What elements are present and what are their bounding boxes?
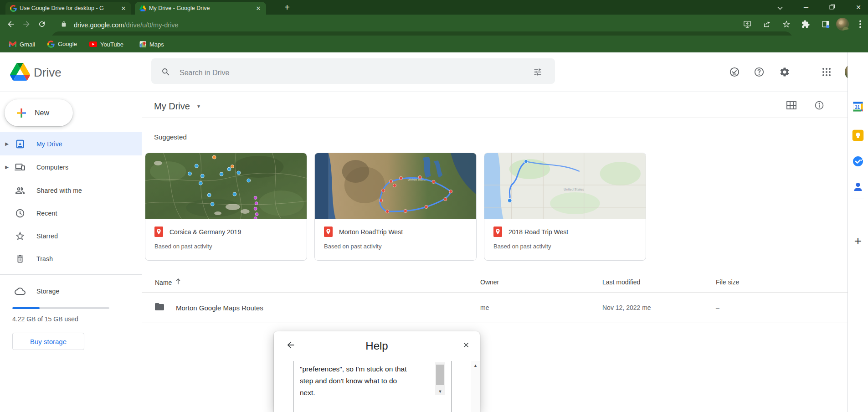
suggested-card-morton-roadtrip[interactable]: United States Morton RoadTrip West Based… — [314, 153, 477, 261]
sidebar-item-label: Trash — [36, 255, 53, 263]
bookmark-gmail[interactable]: Gmail — [9, 41, 35, 47]
suggested-card-2018-road-trip[interactable]: United States 2018 Road Trip West Based … — [484, 153, 646, 261]
help-issue-text[interactable]: "preferences", so I'm stuck on that step… — [300, 363, 430, 399]
my-maps-icon — [324, 227, 333, 237]
get-add-ons-plus-icon[interactable]: + — [854, 234, 862, 248]
help-icon[interactable] — [754, 67, 765, 79]
settings-gear-icon[interactable] — [779, 67, 790, 79]
browser-profile-avatar[interactable] — [836, 18, 849, 32]
sidebar-item-label: Starred — [36, 232, 58, 240]
keep-icon[interactable] — [853, 130, 864, 143]
bookmark-youtube[interactable]: YouTube — [89, 41, 123, 47]
sidebar-item-starred[interactable]: Starred — [0, 224, 142, 247]
window-close-button[interactable]: ✕ — [856, 4, 861, 11]
bookmark-label: Gmail — [20, 41, 35, 47]
help-close-icon[interactable] — [462, 341, 470, 351]
sidebar-item-shared-with-me[interactable]: Shared with me — [0, 179, 142, 202]
scroll-up-arrow-icon[interactable]: ▲ — [471, 362, 480, 369]
info-icon[interactable] — [814, 100, 824, 112]
suggested-label: Suggested — [154, 133, 187, 141]
google-icon — [47, 41, 55, 48]
sidebar-divider — [0, 274, 142, 275]
browser-tab-inactive[interactable]: Use Google Drive for desktop - G ✕ — [5, 2, 131, 15]
browser-window: Use Google Drive for desktop - G ✕ My Dr… — [0, 0, 868, 412]
file-name[interactable]: Morton Google Maps Routes — [176, 304, 263, 312]
storage-progress-bar — [12, 307, 109, 309]
search-icon[interactable] — [161, 67, 171, 79]
extensions-puzzle-icon[interactable] — [801, 20, 810, 31]
content-divider — [142, 118, 847, 118]
tab-title: Use Google Drive for desktop - G — [20, 5, 117, 11]
grid-view-icon[interactable] — [786, 101, 796, 111]
column-header-name[interactable]: Name — [155, 278, 181, 286]
window-minimize-button[interactable]: ─ — [804, 4, 808, 11]
tab-search-chevron-icon[interactable] — [777, 4, 783, 11]
chevron-down-icon[interactable]: ▼ — [196, 104, 201, 109]
share-icon[interactable] — [763, 20, 772, 31]
scrollbar-thumb[interactable] — [436, 365, 444, 385]
tab-close-icon[interactable]: ✕ — [119, 4, 128, 12]
help-issue-textarea[interactable]: "preferences", so I'm stuck on that step… — [293, 361, 452, 412]
file-owner: me — [480, 304, 489, 311]
side-panel-icon[interactable] — [822, 20, 830, 31]
card-title: Morton RoadTrip West — [339, 228, 403, 236]
sidebar-item-recent[interactable]: Recent — [0, 201, 142, 225]
svg-text:United States: United States — [564, 187, 584, 191]
column-header-file-size[interactable]: File size — [716, 278, 739, 286]
suggested-card-corsica-germany[interactable]: Corsica & Germany 2019 Based on past act… — [145, 153, 307, 261]
forward-icon[interactable] — [22, 20, 31, 31]
expand-arrow-icon[interactable]: ▶ — [0, 165, 14, 170]
back-icon[interactable] — [6, 20, 15, 31]
column-header-owner[interactable]: Owner — [480, 278, 499, 286]
bookmark-google[interactable]: Google — [47, 41, 77, 48]
map-thumbnail-west-route: United States — [484, 153, 646, 219]
sidebar-item-computers[interactable]: ▶ Computers — [0, 155, 142, 179]
new-button[interactable]: New — [5, 99, 73, 126]
folder-icon — [154, 301, 165, 314]
card-subtitle: Based on past activity — [324, 243, 476, 250]
drive-app-name: Drive — [34, 66, 62, 80]
lock-icon[interactable] — [61, 21, 67, 30]
bookmark-star-icon[interactable] — [782, 20, 791, 31]
file-last-modified: Nov 12, 2022 me — [602, 304, 651, 311]
sidebar-item-my-drive[interactable]: ▶ My Drive — [0, 132, 142, 155]
shared-with-me-icon — [15, 185, 26, 196]
drive-favicon-icon — [139, 5, 146, 11]
dialog-scrollbar[interactable]: ▲ — [471, 361, 480, 412]
column-header-last-modified[interactable]: Last modified — [602, 278, 640, 286]
buy-storage-button[interactable]: Buy storage — [12, 333, 84, 350]
new-tab-button[interactable]: + — [284, 2, 290, 13]
offline-status-icon[interactable] — [729, 67, 740, 79]
sidebar-item-storage[interactable]: Storage — [0, 279, 142, 303]
contacts-icon[interactable] — [853, 181, 863, 194]
reload-icon[interactable] — [38, 20, 46, 30]
window-restore-button[interactable] — [829, 4, 835, 11]
calendar-icon[interactable]: 31 — [853, 101, 864, 114]
card-subtitle: Based on past activity — [493, 243, 646, 250]
search-input[interactable] — [179, 68, 498, 77]
expand-arrow-icon[interactable]: ▶ — [0, 141, 14, 146]
new-plus-icon — [15, 106, 28, 120]
content-title-row[interactable]: My Drive ▼ — [154, 101, 201, 112]
gmail-icon — [9, 41, 16, 47]
browser-tab-active[interactable]: My Drive - Google Drive ✕ — [135, 2, 266, 15]
bookmark-maps[interactable]: Maps — [139, 41, 164, 47]
my-drive-icon — [15, 139, 26, 149]
computers-icon — [15, 162, 26, 173]
textarea-scrollbar[interactable]: ▼ — [435, 362, 445, 395]
starred-icon — [15, 231, 26, 242]
sidebar-item-trash[interactable]: Trash — [0, 247, 142, 270]
install-app-icon[interactable] — [743, 20, 752, 31]
scroll-down-arrow-icon[interactable]: ▼ — [435, 387, 445, 395]
sort-ascending-arrow-icon[interactable] — [175, 278, 181, 286]
search-options-tune-icon[interactable] — [533, 67, 542, 78]
map-thumbnail-usa-route: United States — [315, 153, 476, 219]
tasks-icon[interactable] — [853, 156, 864, 169]
google-apps-grid-icon[interactable] — [822, 67, 831, 78]
browser-menu-kebab-icon[interactable] — [859, 20, 861, 30]
tab-strip: Use Google Drive for desktop - G ✕ My Dr… — [0, 0, 868, 15]
my-maps-icon — [154, 227, 163, 237]
new-button-label: New — [35, 109, 49, 117]
tab-close-icon[interactable]: ✕ — [254, 4, 262, 12]
help-back-arrow-icon[interactable] — [286, 340, 296, 352]
